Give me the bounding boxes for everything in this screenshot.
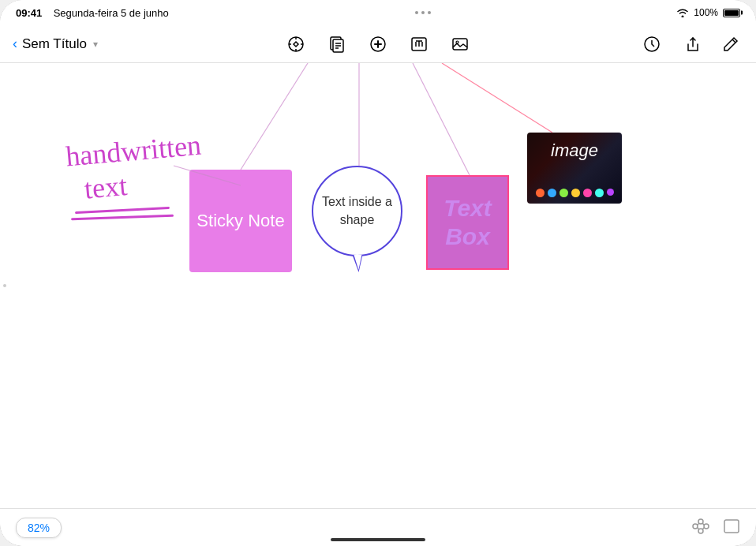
speech-bubble[interactable]: Text inside a shape [312,166,402,272]
bead-7 [607,189,614,196]
nav-right [561,32,744,57]
history-icon [642,35,661,54]
title-chevron-icon: ▾ [93,39,98,50]
sticky-note[interactable]: Sticky Note [189,170,292,272]
share-button[interactable] [679,32,704,57]
image-tool-button[interactable] [447,32,473,57]
bead-3 [560,189,568,197]
dot2 [421,11,425,14]
speech-bubble-text: Text inside a shape [313,193,401,229]
insert-icon [369,35,387,54]
text-tool-button[interactable] [406,32,432,57]
fullscreen-icon [723,518,740,534]
connectors-svg [0,63,756,508]
bead-5 [583,189,592,197]
pages-icon [327,35,346,54]
back-button[interactable]: ‹ [13,36,17,52]
speech-bubble-tail-inner [354,255,361,270]
svg-line-22 [702,527,705,529]
svg-line-14 [413,63,470,175]
text-icon [410,35,429,54]
pen-tool-button[interactable] [283,32,309,57]
status-center [415,11,431,14]
side-dot-1 [3,284,6,287]
side-dots [3,284,6,287]
toolbar-center [196,32,561,57]
bottom-right-tools [691,518,740,537]
status-bar: 09:41 Segunda-feira 5 de junho 100% [0,0,756,25]
speech-bubble-body: Text inside a shape [312,166,402,256]
bead-6 [595,189,604,197]
ipad-frame: 09:41 Segunda-feira 5 de junho 100% [0,0,756,546]
bead-4 [571,189,580,197]
svg-rect-8 [453,39,467,50]
nav-left: ‹ Sem Título ▾ [13,36,196,52]
text-box-content: TextBox [443,194,492,251]
handwritten-underline-1 [75,207,170,214]
home-indicator [331,538,425,541]
svg-line-13 [241,63,308,170]
image-icon [451,35,470,54]
share-icon [682,35,701,54]
dot3 [428,11,431,14]
dot1 [415,11,418,14]
bead-1 [536,189,545,197]
handwritten-text: handwritten text [65,129,206,208]
back-chevron-icon: ‹ [13,36,17,52]
document-title: Sem Título [22,36,87,52]
fullscreen-button[interactable] [723,518,740,537]
bead-2 [548,189,556,197]
svg-line-15 [442,63,552,133]
battery-percentage: 100% [694,7,718,18]
svg-rect-24 [724,520,739,533]
canvas-area: handwritten text Sticky Note Text inside… [0,63,756,508]
svg-line-20 [698,523,700,525]
status-time: 09:41 Segunda-feira 5 de junho [16,7,169,19]
image-label-text: image [551,140,598,161]
time: 09:41 [16,7,42,19]
edit-icon [721,35,740,54]
date: Segunda-feira 5 de junho [54,7,169,19]
battery-fill [724,10,739,16]
handwritten-underline-2 [71,215,174,221]
insert-tool-button[interactable] [365,32,391,57]
svg-line-23 [698,527,700,529]
pages-tool-button[interactable] [324,32,350,57]
edit-button[interactable] [718,32,743,57]
text-box[interactable]: TextBox [426,175,509,270]
nav-bar: ‹ Sem Título ▾ [0,25,756,63]
collaboration-button[interactable] [691,518,710,537]
wifi-icon [676,8,689,17]
svg-line-21 [702,523,705,525]
image-beads [533,189,616,197]
battery-icon [723,9,740,17]
status-right: 100% [676,7,740,18]
collaboration-icon [691,518,710,534]
zoom-button[interactable]: 82% [16,518,62,538]
image-box[interactable]: image [527,133,622,204]
pen-icon [286,35,305,54]
history-button[interactable] [639,32,664,57]
sticky-note-text: Sticky Note [196,211,284,231]
